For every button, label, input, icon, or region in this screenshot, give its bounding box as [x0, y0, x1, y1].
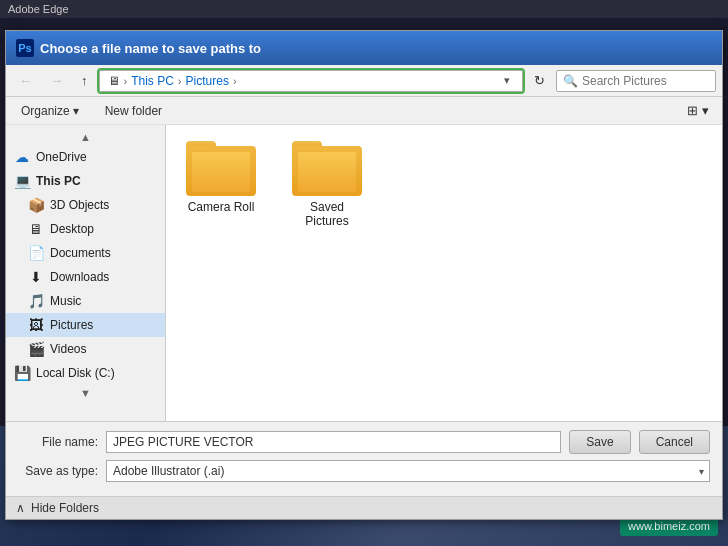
folder-camera-roll[interactable]: Camera Roll — [176, 135, 266, 234]
save-button[interactable]: Save — [569, 430, 630, 454]
view-arrow-icon: ▾ — [702, 103, 709, 118]
forward-button[interactable]: → — [43, 69, 70, 92]
organize-arrow-icon: ▾ — [73, 104, 79, 118]
sidebar-item-pictures[interactable]: 🖼 Pictures — [6, 313, 165, 337]
savetype-row: Save as type: Adobe Illustrator (.ai) ▾ — [18, 460, 710, 482]
hide-folders-label: Hide Folders — [31, 501, 99, 515]
save-dialog: Ps Choose a file name to save paths to ←… — [5, 30, 723, 520]
cancel-button[interactable]: Cancel — [639, 430, 710, 454]
form-area: File name: Save Cancel Save as type: Ado… — [6, 421, 722, 496]
local-disk-icon: 💾 — [14, 365, 30, 381]
back-button[interactable]: ← — [12, 69, 39, 92]
ps-icon: Ps — [16, 39, 34, 57]
breadcrumb-root-icon: 🖥 — [108, 74, 120, 88]
folder-saved-pictures-label: Saved Pictures — [288, 200, 366, 228]
main-area: ▲ ☁ OneDrive 💻 This PC 📦 3D Objects 🖥 De… — [6, 125, 722, 421]
top-bar-title: Adobe Edge — [8, 3, 69, 15]
onedrive-icon: ☁ — [14, 149, 30, 165]
search-bar: 🔍 — [556, 70, 716, 92]
view-button[interactable]: ⊞ ▾ — [680, 100, 716, 121]
new-folder-button[interactable]: New folder — [96, 101, 171, 121]
this-pc-icon: 💻 — [14, 173, 30, 189]
view-icon: ⊞ — [687, 103, 698, 118]
sidebar-item-label: 3D Objects — [50, 198, 109, 212]
sidebar-item-documents[interactable]: 📄 Documents — [6, 241, 165, 265]
nav-bar: ← → ↑ 🖥 › This PC › Pictures › ▾ ↻ 🔍 — [6, 65, 722, 97]
sidebar-item-label: Music — [50, 294, 81, 308]
filename-input[interactable] — [106, 431, 561, 453]
refresh-button[interactable]: ↻ — [527, 69, 552, 92]
folder-saved-pictures[interactable]: Saved Pictures — [282, 135, 372, 234]
dialog-title-bar: Ps Choose a file name to save paths to — [6, 31, 722, 65]
breadcrumb-pictures[interactable]: Pictures — [186, 74, 229, 88]
sidebar-scroll-down[interactable]: ▼ — [6, 385, 165, 401]
sidebar-item-videos[interactable]: 🎬 Videos — [6, 337, 165, 361]
toolbar-row: Organize ▾ New folder ⊞ ▾ — [6, 97, 722, 125]
sidebar-item-downloads[interactable]: ⬇ Downloads — [6, 265, 165, 289]
videos-icon: 🎬 — [28, 341, 44, 357]
downloads-icon: ⬇ — [28, 269, 44, 285]
sidebar-item-label: Videos — [50, 342, 86, 356]
sidebar-item-label: Downloads — [50, 270, 109, 284]
pictures-icon: 🖼 — [28, 317, 44, 333]
watermark-line2: www.bimeiz.com — [628, 520, 710, 532]
hide-folders-arrow-icon: ∧ — [16, 501, 25, 515]
sidebar-scroll-up[interactable]: ▲ — [6, 129, 165, 145]
sidebar-item-label: Local Disk (C:) — [36, 366, 115, 380]
desktop-icon: 🖥 — [28, 221, 44, 237]
folder-camera-roll-label: Camera Roll — [188, 200, 255, 214]
search-icon: 🔍 — [563, 74, 578, 88]
sidebar-item-this-pc[interactable]: 💻 This PC — [6, 169, 165, 193]
savetype-label: Save as type: — [18, 464, 98, 478]
sidebar-item-label: Documents — [50, 246, 111, 260]
savetype-select[interactable]: Adobe Illustrator (.ai) — [106, 460, 710, 482]
file-area: Camera Roll Saved Pictures — [166, 125, 722, 421]
breadcrumb-dropdown[interactable]: ▾ — [500, 74, 514, 87]
up-button[interactable]: ↑ — [74, 69, 95, 92]
filename-row: File name: Save Cancel — [18, 430, 710, 454]
3d-objects-icon: 📦 — [28, 197, 44, 213]
savetype-select-wrap: Adobe Illustrator (.ai) ▾ — [106, 460, 710, 482]
music-icon: 🎵 — [28, 293, 44, 309]
sidebar-item-local-disk[interactable]: 💾 Local Disk (C:) — [6, 361, 165, 385]
organize-button[interactable]: Organize ▾ — [12, 101, 88, 121]
breadcrumb-this-pc[interactable]: This PC — [131, 74, 174, 88]
sidebar-item-label: Desktop — [50, 222, 94, 236]
sidebar-item-label: OneDrive — [36, 150, 87, 164]
documents-icon: 📄 — [28, 245, 44, 261]
sidebar: ▲ ☁ OneDrive 💻 This PC 📦 3D Objects 🖥 De… — [6, 125, 166, 421]
sidebar-item-onedrive[interactable]: ☁ OneDrive — [6, 145, 165, 169]
filename-label: File name: — [18, 435, 98, 449]
sidebar-item-music[interactable]: 🎵 Music — [6, 289, 165, 313]
top-bar: Adobe Edge — [0, 0, 728, 18]
dialog-title-text: Choose a file name to save paths to — [40, 41, 261, 56]
hide-folders-bar[interactable]: ∧ Hide Folders — [6, 496, 722, 519]
sidebar-item-label: This PC — [36, 174, 81, 188]
search-input[interactable] — [582, 74, 709, 88]
sidebar-item-3d-objects[interactable]: 📦 3D Objects — [6, 193, 165, 217]
sidebar-item-desktop[interactable]: 🖥 Desktop — [6, 217, 165, 241]
sidebar-item-label: Pictures — [50, 318, 93, 332]
breadcrumb-bar: 🖥 › This PC › Pictures › ▾ — [99, 70, 524, 92]
